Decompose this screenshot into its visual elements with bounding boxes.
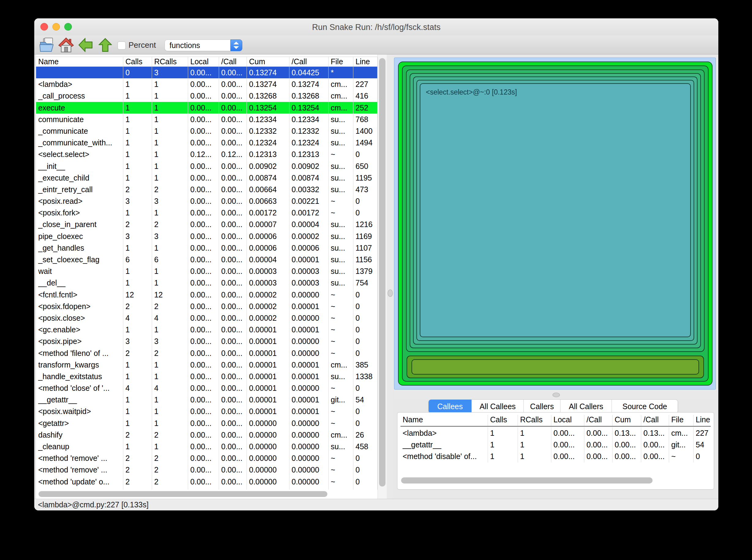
table-cell: _unpack_args xyxy=(36,487,123,489)
column-header-rcalls[interactable]: RCalls xyxy=(152,57,188,66)
column-header-local[interactable]: Local xyxy=(188,57,219,66)
column-header-line[interactable]: Line xyxy=(353,57,378,66)
zoom-button[interactable] xyxy=(64,23,72,31)
table-cell: 2 xyxy=(123,452,152,464)
column-header--call[interactable]: /Call xyxy=(584,415,612,426)
table-row[interactable]: _set_cloexec_flag660.00...0.00...0.00004… xyxy=(36,254,378,265)
column-header--call[interactable]: /Call xyxy=(219,57,247,66)
vscrollbar-thumb[interactable] xyxy=(379,58,385,486)
table-row[interactable]: __init__110.00...0.00...0.009020.00902su… xyxy=(36,160,378,172)
table-cell: 0.00... xyxy=(219,277,247,288)
table-row[interactable]: <posix.close>440.00...0.00...0.000020.00… xyxy=(36,312,378,324)
tab-callers[interactable]: Callers xyxy=(524,400,560,413)
column-header-file[interactable]: File xyxy=(329,57,353,66)
callees-hscrollbar[interactable] xyxy=(398,476,714,486)
table-row[interactable]: _unpack_args110.00...0.00...0.000000.000… xyxy=(36,487,378,489)
column-header-name[interactable]: Name xyxy=(401,415,488,426)
tab-source-code[interactable]: Source Code xyxy=(612,400,678,413)
splitter-handle[interactable] xyxy=(552,393,560,397)
column-header-local[interactable]: Local xyxy=(551,415,584,426)
profile-table-vscrollbar[interactable] xyxy=(378,55,387,499)
table-row[interactable]: <getattr>110.00...0.00...0.000000.00000~… xyxy=(36,417,378,429)
table-row[interactable]: <posix.read>330.00...0.00...0.006630.002… xyxy=(36,195,378,207)
table-row[interactable]: <method 'remove' ...220.00...0.00...0.00… xyxy=(36,452,378,464)
column-header-name[interactable]: Name xyxy=(36,57,123,66)
table-row[interactable]: _get_handles110.00...0.00...0.000060.000… xyxy=(36,242,378,254)
home-icon[interactable] xyxy=(58,37,74,54)
table-row[interactable]: <method 'disable' of...110.00...0.00...0… xyxy=(401,451,711,462)
profile-table-header[interactable]: NameCallsRCallsLocal/CallCum/CallFileLin… xyxy=(36,57,378,67)
treemap-node[interactable] xyxy=(411,359,699,375)
table-row[interactable]: <method 'remove' ...220.00...0.00...0.00… xyxy=(36,464,378,476)
column-header-calls[interactable]: Calls xyxy=(123,57,152,66)
table-row[interactable]: <method 'close' of '...440.00...0.00...0… xyxy=(36,382,378,394)
hscrollbar-thumb[interactable] xyxy=(401,477,653,483)
table-row[interactable]: __getattr__110.00...0.00...0.000010.0000… xyxy=(36,394,378,405)
vertical-splitter[interactable] xyxy=(387,55,393,499)
table-row[interactable]: <lambda>110.00...0.00...0.13...0.13...cm… xyxy=(401,427,711,439)
table-row[interactable]: communicate110.00...0.00...0.123340.1233… xyxy=(36,114,378,125)
table-row[interactable]: transform_kwargs110.00...0.00...0.000010… xyxy=(36,359,378,371)
table-row[interactable]: _eintr_retry_call220.00...0.00...0.00664… xyxy=(36,184,378,195)
splitter-handle[interactable] xyxy=(388,289,393,297)
table-row[interactable]: <gc.enable>110.00...0.00...0.000010.0000… xyxy=(36,324,378,335)
table-row[interactable]: _handle_exitstatus110.00...0.00...0.0000… xyxy=(36,371,378,382)
view-dropdown-value: functions xyxy=(169,40,200,51)
column-header-calls[interactable]: Calls xyxy=(488,415,518,426)
horizontal-splitter[interactable] xyxy=(394,389,716,399)
table-row[interactable]: _communicate110.00...0.00...0.123320.123… xyxy=(36,125,378,137)
table-row[interactable]: _execute_child110.00...0.00...0.008740.0… xyxy=(36,172,378,184)
table-cell: 0.00... xyxy=(188,324,219,335)
table-cell: 0.13254 xyxy=(289,102,329,114)
minimize-button[interactable] xyxy=(52,23,60,31)
back-arrow-icon[interactable] xyxy=(78,38,93,53)
tab-all-callers[interactable]: All Callers xyxy=(560,400,612,413)
tab-callees[interactable]: Callees xyxy=(429,400,471,413)
table-row[interactable]: pipe_cloexec330.00...0.00...0.000060.000… xyxy=(36,231,378,242)
close-button[interactable] xyxy=(40,23,48,31)
column-header-cum[interactable]: Cum xyxy=(247,57,289,66)
table-row[interactable]: _call_process110.00...0.00...0.132680.13… xyxy=(36,90,378,102)
column-header-cum[interactable]: Cum xyxy=(612,415,641,426)
table-row[interactable]: __getattr__110.00...0.00...0.00...0.00..… xyxy=(401,439,711,451)
callees-table-header[interactable]: NameCallsRCallsLocal/CallCum/CallFileLin… xyxy=(401,415,711,426)
column-header-rcalls[interactable]: RCalls xyxy=(518,415,551,426)
treemap-node[interactable]: <select.select>@~:0 [0.123s] xyxy=(420,83,691,337)
treemap-panel[interactable]: <select.select>@~:0 [0.123s] xyxy=(394,58,716,389)
table-row[interactable]: <method 'update' o...220.00...0.00...0.0… xyxy=(36,476,378,487)
table-row[interactable]: __del__110.00...0.00...0.000030.00003su.… xyxy=(36,277,378,288)
table-row[interactable]: <method 'fileno' of ...220.00...0.00...0… xyxy=(36,347,378,359)
table-row[interactable]: _communicate_with...110.00...0.00...0.12… xyxy=(36,137,378,148)
up-arrow-icon[interactable] xyxy=(99,38,112,53)
table-row[interactable]: <posix.fork>110.00...0.00...0.001720.001… xyxy=(36,207,378,219)
table-row[interactable]: <posix.fdopen>220.00...0.00...0.000020.0… xyxy=(36,300,378,312)
table-row[interactable]: <lambda>110.00...0.00...0.132740.13274cm… xyxy=(36,78,378,90)
table-row[interactable]: dashify220.00...0.00...0.000000.00000cm.… xyxy=(36,429,378,441)
hscrollbar-thumb[interactable] xyxy=(39,491,327,497)
table-cell: 0 xyxy=(353,476,378,487)
table-cell: __init__ xyxy=(36,160,123,172)
column-header--call[interactable]: /Call xyxy=(289,57,329,66)
table-cell: 0.13268 xyxy=(289,90,329,102)
table-row[interactable]: _cleanup110.00...0.00...0.000000.00000su… xyxy=(36,441,378,452)
table-cell: cm... xyxy=(329,102,353,114)
table-row[interactable]: wait110.00...0.00...0.000030.00003su...1… xyxy=(36,265,378,277)
table-row[interactable]: <fcntl.fcntl>12120.00...0.00...0.000020.… xyxy=(36,289,378,300)
title-bar[interactable]: Run Snake Run: /h/sf/log/fsck.stats xyxy=(34,18,718,36)
open-folder-icon[interactable] xyxy=(39,37,55,54)
table-row[interactable]: <posix.waitpid>110.00...0.00...0.000010.… xyxy=(36,405,378,417)
percent-checkbox[interactable] xyxy=(118,41,126,49)
profile-table-hscrollbar[interactable] xyxy=(36,489,378,499)
table-row[interactable]: _close_in_parent220.00...0.00...0.000070… xyxy=(36,219,378,230)
table-cell: 1 xyxy=(152,277,188,288)
column-header-file[interactable]: File xyxy=(669,415,694,426)
table-row[interactable]: <select.select>110.12...0.12...0.123130.… xyxy=(36,148,378,160)
column-header-line[interactable]: Line xyxy=(694,415,714,426)
tab-all-callees[interactable]: All Callees xyxy=(471,400,524,413)
column-header--call[interactable]: /Call xyxy=(641,415,669,426)
table-row[interactable]: <posix.pipe>330.00...0.00...0.000010.000… xyxy=(36,335,378,347)
table-row[interactable]: execute110.00...0.00...0.132540.13254cm.… xyxy=(36,102,378,114)
dropdown-stepper-icon[interactable] xyxy=(230,39,242,51)
table-row[interactable]: 030.00...0.00...0.132740.04425* xyxy=(36,67,378,78)
view-dropdown[interactable]: functions xyxy=(165,39,242,51)
